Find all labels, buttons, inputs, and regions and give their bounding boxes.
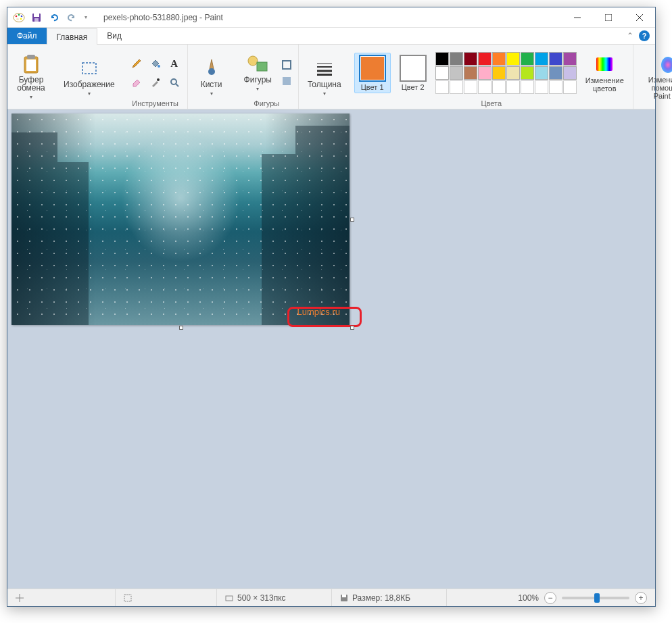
color-swatch-empty[interactable] (435, 80, 449, 94)
svg-point-21 (208, 68, 215, 75)
image-dimensions: 500 × 313пкс (217, 589, 332, 606)
paint-window: ▾ pexels-photo-531880.jpeg - Paint Файл … (7, 7, 656, 607)
paint3d-button[interactable]: Изменить с помощью Paint 3D (638, 53, 672, 102)
file-size: Размер: 18,8КБ (332, 589, 447, 606)
color-swatch-empty[interactable] (563, 80, 577, 94)
svg-rect-34 (226, 596, 233, 601)
brushes-label: Кисти (201, 80, 222, 89)
fill-tool[interactable] (147, 55, 164, 72)
qat-customize[interactable]: ▾ (82, 10, 90, 25)
color-swatch[interactable] (464, 66, 477, 80)
svg-rect-14 (27, 55, 35, 59)
statusbar: 500 × 313пкс Размер: 18,8КБ 100% − + (7, 589, 655, 606)
svg-rect-16 (82, 63, 96, 74)
color-swatch[interactable] (535, 66, 548, 80)
canvas-area[interactable]: Lumpics.ru (7, 109, 655, 589)
color-swatch[interactable] (435, 66, 449, 80)
zoom-in-button[interactable]: + (635, 592, 647, 604)
group-image: Изображение▾ (55, 45, 124, 109)
svg-point-5 (16, 18, 19, 20)
resize-handle[interactable] (179, 326, 183, 330)
color-swatch[interactable] (478, 66, 491, 80)
cursor-position (7, 589, 116, 606)
color-swatch-empty[interactable] (492, 80, 506, 94)
shapes-gallery[interactable]: Фигуры▾ (239, 49, 277, 97)
size-button[interactable]: Толщина▾ (303, 53, 346, 102)
color-swatch[interactable] (506, 66, 520, 80)
color2-button[interactable]: Цвет 2 (395, 53, 431, 93)
color-swatch[interactable] (450, 66, 463, 80)
close-button[interactable] (624, 7, 655, 28)
brushes-button[interactable]: Кисти▾ (192, 53, 231, 102)
minimize-button[interactable] (562, 7, 593, 28)
shape-outline[interactable] (279, 57, 294, 72)
eraser-tool[interactable] (128, 74, 145, 91)
color-swatch[interactable] (549, 52, 562, 66)
tab-file[interactable]: Файл (7, 28, 47, 44)
text-tool[interactable]: A (166, 55, 183, 72)
zoom-slider[interactable] (562, 597, 629, 599)
svg-point-3 (21, 15, 23, 17)
color-swatch-empty[interactable] (506, 80, 520, 94)
image-content: Lumpics.ru (11, 114, 350, 325)
window-controls (562, 7, 655, 28)
select-button[interactable]: Изображение▾ (59, 53, 120, 102)
svg-point-1 (16, 15, 18, 17)
tab-home[interactable]: Главная (47, 28, 98, 45)
color-swatch[interactable] (435, 52, 449, 66)
color-swatch[interactable] (563, 66, 577, 80)
shape-fill[interactable] (279, 74, 294, 89)
ribbon: Буфер обмена▾ Изображение▾ A (7, 45, 655, 109)
canvas[interactable]: Lumpics.ru (11, 114, 350, 325)
color-swatch[interactable] (492, 52, 506, 66)
color-swatch-empty[interactable] (535, 80, 548, 94)
color-swatch[interactable] (521, 52, 534, 66)
shapes-label: Фигуры (244, 75, 272, 84)
collapse-ribbon-icon[interactable]: ⌃ (627, 31, 633, 41)
help-icon[interactable]: ? (639, 30, 650, 41)
svg-rect-10 (605, 14, 612, 21)
edit-colors-button[interactable]: Изменение цветов (581, 49, 629, 97)
svg-point-22 (248, 56, 258, 66)
color-swatch[interactable] (506, 52, 520, 66)
color1-button[interactable]: Цвет 1 (354, 53, 391, 93)
zoom-level: 100% (518, 593, 539, 603)
svg-rect-30 (596, 57, 613, 71)
color-swatch-empty[interactable] (464, 80, 477, 94)
svg-rect-33 (124, 595, 131, 601)
window-title: pexels-photo-531880.jpeg - Paint (103, 13, 223, 22)
color-swatch-empty[interactable] (521, 80, 534, 94)
titlebar: ▾ pexels-photo-531880.jpeg - Paint (7, 7, 655, 28)
color-swatch[interactable] (464, 52, 477, 66)
svg-point-17 (158, 65, 160, 68)
pencil-tool[interactable] (128, 55, 145, 72)
color-swatch[interactable] (450, 52, 463, 66)
magnifier-tool[interactable] (166, 74, 183, 91)
paint-app-icon (13, 11, 25, 24)
color-swatch-empty[interactable] (478, 80, 491, 94)
group-colors: Цвет 1 Цвет 2 Изменение цветов Цвета (350, 45, 633, 109)
tools-group-label: Инструменты (128, 99, 183, 107)
color1-label: Цвет 1 (361, 83, 384, 91)
tab-view[interactable]: Вид (97, 28, 131, 44)
color-swatch[interactable] (563, 52, 577, 66)
color-picker-tool[interactable] (147, 74, 164, 91)
resize-handle[interactable] (350, 326, 354, 330)
svg-rect-24 (283, 61, 291, 69)
undo-button[interactable] (47, 10, 62, 25)
color-swatch-empty[interactable] (450, 80, 463, 94)
save-button[interactable] (29, 10, 44, 25)
color-swatch[interactable] (535, 52, 548, 66)
watermark-text: Lumpics.ru (297, 307, 340, 317)
color-swatch-empty[interactable] (549, 80, 562, 94)
paste-button[interactable]: Буфер обмена▾ (11, 53, 51, 102)
color-swatch[interactable] (549, 66, 562, 80)
color-swatch[interactable] (478, 52, 491, 66)
color-swatch[interactable] (521, 66, 534, 80)
redo-button[interactable] (64, 10, 79, 25)
resize-handle[interactable] (350, 218, 354, 222)
maximize-button[interactable] (593, 7, 624, 28)
color-swatch[interactable] (492, 66, 506, 80)
zoom-controls: 100% − + (510, 592, 655, 604)
zoom-out-button[interactable]: − (544, 592, 556, 604)
